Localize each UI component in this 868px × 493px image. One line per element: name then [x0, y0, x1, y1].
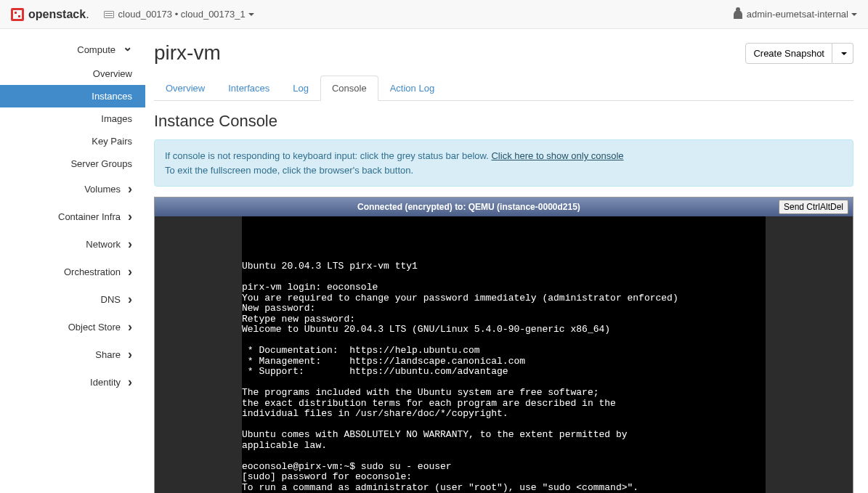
- caret-down-icon: [851, 13, 857, 16]
- sidebar: Compute Overview Instances Images Key Pa…: [0, 29, 145, 493]
- page-title: pirx-vm: [154, 41, 221, 65]
- sidebar-label: Identity: [90, 377, 121, 388]
- sidebar-item-share[interactable]: Share: [0, 341, 145, 368]
- sidebar-item-dns[interactable]: DNS: [0, 285, 145, 313]
- sidebar-item-identity[interactable]: Identity: [0, 368, 145, 396]
- console-info-alert: If console is not responding to keyboard…: [154, 139, 853, 187]
- chevron-right-icon: [128, 265, 132, 278]
- tab-console[interactable]: Console: [320, 76, 378, 101]
- sidebar-sub-keypairs[interactable]: Key Pairs: [0, 130, 145, 152]
- console-output: Ubuntu 20.04.3 LTS pirx-vm tty1 pirx-vm …: [155, 258, 766, 493]
- sidebar-sub-images[interactable]: Images: [0, 107, 145, 130]
- show-only-console-link[interactable]: Click here to show only console: [491, 150, 623, 161]
- chevron-right-icon: [128, 237, 132, 250]
- sidebar-label: Volumes: [84, 184, 121, 195]
- chevron-right-icon: [128, 293, 132, 306]
- tabs: Overview Interfaces Log Console Action L…: [154, 76, 853, 101]
- section-title: Instance Console: [154, 112, 853, 131]
- chevron-right-icon: [128, 320, 132, 333]
- create-snapshot-button[interactable]: Create Snapshot: [745, 43, 832, 64]
- console-terminal[interactable]: Ubuntu 20.04.3 LTS pirx-vm tty1 pirx-vm …: [155, 216, 853, 493]
- caret-down-icon: [841, 52, 847, 55]
- sidebar-item-orchestration[interactable]: Orchestration: [0, 258, 145, 285]
- project-label: cloud_00173 • cloud_00173_1: [118, 9, 246, 20]
- tab-actionlog[interactable]: Action Log: [378, 76, 446, 101]
- console-left-margin: [155, 216, 242, 493]
- alert-text-2: To exit the fullscreen mode, click the b…: [165, 165, 413, 176]
- console-status-text: Connected (encrypted) to: QEMU (instance…: [159, 202, 779, 212]
- tab-overview[interactable]: Overview: [154, 76, 216, 101]
- alert-text-1: If console is not responding to keyboard…: [165, 150, 491, 161]
- sidebar-label: Network: [86, 239, 121, 250]
- snapshot-dropdown-button[interactable]: [832, 43, 853, 64]
- sidebar-sub-overview[interactable]: Overview: [0, 62, 145, 85]
- user-icon: [734, 10, 742, 19]
- sidebar-label: DNS: [101, 294, 121, 305]
- sidebar-item-compute[interactable]: Compute: [0, 36, 145, 62]
- sidebar-item-container-infra[interactable]: Container Infra: [0, 203, 145, 230]
- sidebar-sub-instances[interactable]: Instances: [0, 85, 145, 107]
- console-right-margin: [766, 216, 853, 493]
- chevron-right-icon: [128, 210, 132, 223]
- sidebar-label: Object Store: [68, 322, 121, 333]
- sidebar-item-volumes[interactable]: Volumes: [0, 175, 145, 203]
- send-ctrl-alt-del-button[interactable]: Send CtrlAltDel: [779, 200, 848, 214]
- console-status-bar[interactable]: Connected (encrypted) to: QEMU (instance…: [155, 197, 853, 216]
- user-label: admin-eumetsat-internal: [747, 9, 848, 20]
- sidebar-label: Orchestration: [64, 266, 121, 277]
- caret-down-icon: [248, 13, 254, 16]
- chevron-right-icon: [128, 348, 132, 361]
- main-content: pirx-vm Create Snapshot Overview Interfa…: [145, 29, 868, 493]
- tab-log[interactable]: Log: [281, 76, 320, 101]
- user-menu[interactable]: admin-eumetsat-internal: [734, 9, 857, 20]
- tab-interfaces[interactable]: Interfaces: [216, 76, 281, 101]
- sidebar-label: Container Infra: [58, 211, 121, 222]
- sidebar-label: Compute: [77, 44, 115, 55]
- sidebar-item-object-store[interactable]: Object Store: [0, 313, 145, 341]
- brand-dot: .: [86, 8, 89, 21]
- brand-logo[interactable]: openstack.: [11, 8, 89, 21]
- openstack-icon: [11, 8, 24, 21]
- project-switcher[interactable]: cloud_00173 • cloud_00173_1: [104, 9, 254, 20]
- top-nav: openstack. cloud_00173 • cloud_00173_1 a…: [0, 0, 868, 29]
- sidebar-sub-servergroups[interactable]: Server Groups: [0, 152, 145, 175]
- chevron-right-icon: [128, 375, 132, 388]
- sidebar-label: Share: [95, 349, 121, 360]
- chevron-down-icon: [123, 44, 132, 55]
- console-frame: Connected (encrypted) to: QEMU (instance…: [154, 197, 853, 493]
- project-icon: [104, 11, 114, 18]
- brand-text: openstack: [28, 8, 86, 21]
- snapshot-button-group: Create Snapshot: [745, 43, 853, 64]
- sidebar-item-network[interactable]: Network: [0, 230, 145, 258]
- chevron-right-icon: [128, 182, 132, 195]
